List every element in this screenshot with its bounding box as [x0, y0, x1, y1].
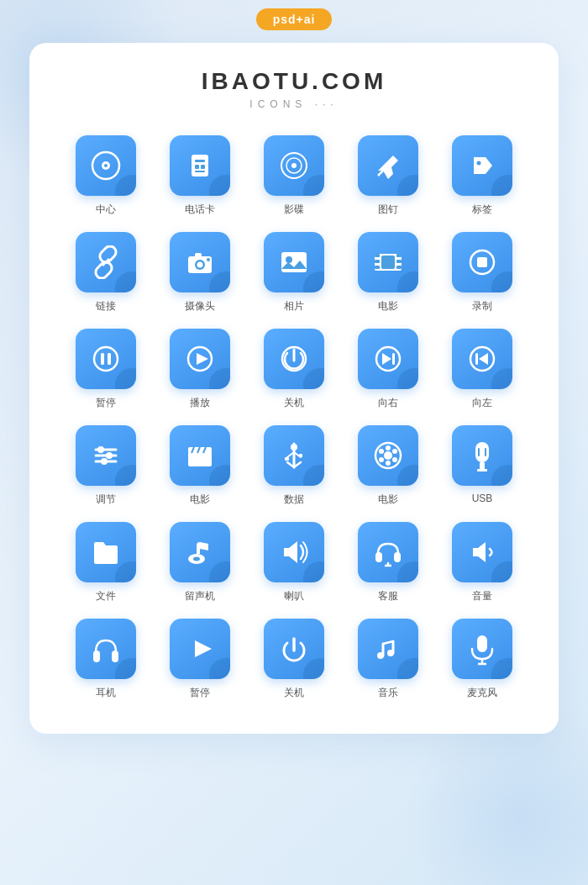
icon-item-record[interactable]: 录制	[439, 232, 525, 313]
icon-box-photo	[264, 232, 324, 292]
icon-item-film[interactable]: 电影	[345, 232, 431, 313]
icon-label-phone-card: 电话卡	[185, 203, 215, 217]
icon-item-pin[interactable]: 图钉	[345, 135, 431, 217]
icon-label-film: 电影	[378, 299, 398, 313]
icon-box-next	[358, 329, 418, 389]
icon-item-camera[interactable]: 摄像头	[157, 232, 243, 313]
svg-rect-40	[392, 353, 395, 365]
svg-rect-43	[475, 353, 478, 365]
icon-item-speaker[interactable]: 喇叭	[251, 522, 337, 603]
svg-rect-68	[475, 442, 489, 462]
svg-rect-50	[188, 451, 212, 466]
icon-label-music: 音乐	[378, 686, 398, 700]
icon-item-center[interactable]: 中心	[63, 135, 149, 217]
icon-box-dvd	[264, 135, 324, 196]
icon-item-tag[interactable]: 标签	[439, 135, 525, 217]
icon-item-music[interactable]: 音乐	[345, 619, 431, 700]
icon-label-film2: 电影	[378, 493, 398, 507]
svg-rect-7	[195, 171, 205, 172]
svg-point-66	[379, 457, 384, 462]
icon-box-pause2	[170, 619, 230, 679]
icon-label-power1: 关机	[284, 396, 304, 410]
card-header: IBAOTU.COM ICONS ···	[63, 68, 525, 110]
icon-box-headset	[358, 522, 418, 582]
icon-item-folder[interactable]: 文件	[63, 522, 149, 603]
icon-label-folder: 文件	[96, 589, 116, 603]
icon-box-film2	[358, 425, 418, 486]
icon-item-volume[interactable]: 音量	[439, 522, 525, 603]
svg-marker-35	[197, 353, 208, 365]
icon-box-record	[452, 232, 512, 292]
svg-rect-59	[299, 454, 302, 457]
svg-rect-28	[381, 255, 395, 269]
svg-rect-24	[375, 266, 380, 269]
icon-label-headset: 客服	[378, 589, 398, 603]
icon-item-power1[interactable]: 关机	[251, 329, 337, 410]
format-badge: psd+ai	[256, 8, 333, 30]
icon-item-dvd[interactable]: 影碟	[251, 135, 337, 217]
site-title: IBAOTU.COM	[63, 68, 525, 95]
icons-grid: 中心电话卡影碟图钉标签链接摄像头相片电影录制暂停播放关机向右向左调节电影数据电影…	[63, 135, 525, 700]
icon-label-mic: 麦克风	[467, 686, 497, 700]
icon-item-data[interactable]: 数据	[251, 425, 337, 507]
svg-point-10	[291, 163, 297, 168]
icon-item-phone-card[interactable]: 电话卡	[157, 135, 243, 217]
icon-box-data	[264, 425, 324, 486]
svg-rect-4	[195, 160, 205, 162]
svg-rect-70	[477, 469, 487, 471]
icon-item-pause2[interactable]: 暂停	[157, 619, 243, 700]
icon-label-next: 向右	[378, 396, 398, 410]
main-card: IBAOTU.COM ICONS ··· 中心电话卡影碟图钉标签链接摄像头相片电…	[29, 43, 559, 734]
icon-item-play[interactable]: 播放	[157, 329, 243, 410]
icon-item-adjust[interactable]: 调节	[63, 425, 149, 507]
icon-label-prev: 向左	[472, 396, 492, 410]
svg-rect-3	[192, 155, 208, 176]
svg-rect-6	[201, 165, 205, 169]
icon-label-adjust: 调节	[96, 493, 116, 507]
icon-box-power1	[264, 329, 324, 389]
icon-item-photo[interactable]: 相片	[251, 232, 337, 313]
svg-line-11	[378, 171, 383, 176]
icon-item-headphones[interactable]: 耳机	[63, 619, 149, 700]
svg-rect-58	[285, 457, 289, 461]
icon-item-power2[interactable]: 关机	[251, 619, 337, 700]
svg-point-48	[106, 452, 113, 459]
icon-item-mic[interactable]: 麦克风	[439, 619, 525, 700]
svg-rect-25	[396, 254, 402, 257]
icon-label-headphones: 耳机	[96, 686, 116, 700]
icon-item-headset[interactable]: 客服	[345, 522, 431, 603]
icon-item-gramophone[interactable]: 留声机	[157, 522, 243, 603]
icon-item-usb[interactable]: USB	[439, 425, 525, 507]
icon-label-play: 播放	[190, 396, 210, 410]
icon-item-clapper[interactable]: 电影	[157, 425, 243, 507]
svg-point-2	[104, 164, 108, 167]
svg-rect-17	[195, 253, 202, 258]
svg-point-49	[101, 458, 108, 465]
icon-box-usb	[452, 425, 512, 486]
icon-label-power2: 关机	[284, 686, 304, 700]
icon-item-pause[interactable]: 暂停	[63, 329, 149, 410]
svg-rect-5	[195, 165, 199, 169]
svg-rect-27	[396, 266, 402, 269]
svg-point-18	[207, 258, 210, 261]
svg-point-61	[384, 451, 392, 460]
svg-marker-80	[195, 640, 212, 657]
icon-item-prev[interactable]: 向左	[439, 329, 525, 410]
icon-item-link[interactable]: 链接	[63, 232, 149, 313]
icon-box-folder	[76, 522, 136, 582]
icon-label-photo: 相片	[284, 299, 304, 313]
icon-box-headphones	[76, 619, 136, 679]
svg-point-63	[386, 461, 391, 466]
svg-point-62	[386, 445, 391, 450]
svg-rect-69	[480, 462, 485, 469]
icon-label-gramophone: 留声机	[185, 589, 215, 603]
icon-label-clapper: 电影	[190, 493, 210, 507]
icon-item-next[interactable]: 向右	[345, 329, 431, 410]
icon-label-tag: 标签	[472, 203, 492, 217]
icon-box-pause	[76, 329, 136, 389]
svg-rect-32	[101, 353, 104, 365]
icon-label-camera: 摄像头	[185, 299, 215, 313]
icon-item-film2[interactable]: 电影	[345, 425, 431, 507]
icon-box-prev	[452, 329, 512, 389]
icon-box-mic	[452, 619, 512, 679]
